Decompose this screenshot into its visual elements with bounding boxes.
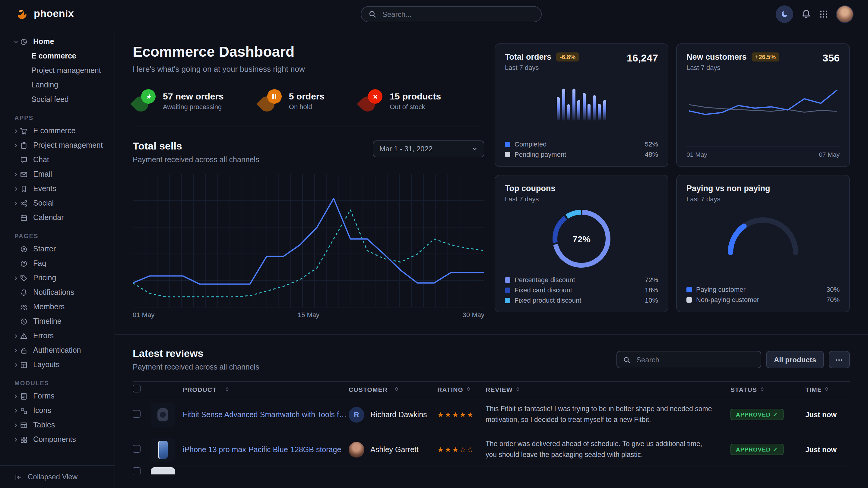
components-icon [20, 435, 29, 444]
question-icon [20, 260, 29, 267]
chevron-right-icon [13, 333, 20, 338]
row-checkbox[interactable] [133, 467, 141, 475]
total-sells-subtitle: Payment received across all channels [133, 156, 259, 164]
global-search[interactable] [361, 6, 542, 22]
apps-grid-icon[interactable] [819, 9, 828, 19]
sort-icon [224, 386, 230, 392]
x-tick: 30 May [463, 311, 484, 318]
rating-stars: ★★★☆☆ [437, 446, 474, 454]
card-period: Last 7 days [686, 195, 770, 202]
column-header-product[interactable]: PRODUCT [151, 386, 349, 393]
sidebar-item-label: Project management [33, 141, 103, 150]
column-header-customer[interactable]: CUSTOMER [349, 386, 437, 393]
sidebar-item-label: Calendar [33, 214, 64, 222]
sidebar-item-notifications[interactable]: Notifications [0, 285, 115, 300]
sidebar-item-email[interactable]: Email [0, 167, 115, 182]
table-row: iPhone 13 pro max-Pacific Blue-128GB sto… [133, 432, 850, 467]
theme-toggle[interactable] [776, 5, 793, 23]
sidebar-item-icons[interactable]: Icons [0, 403, 115, 418]
sidebar-item-label: Social [33, 199, 54, 207]
notifications-bell-icon[interactable] [801, 9, 811, 19]
bookmark-icon [20, 185, 29, 193]
search-input[interactable] [381, 9, 534, 19]
new-customers-x-axis: 01 May 07 May [686, 146, 840, 158]
sidebar-item-errors[interactable]: Errors [0, 329, 115, 343]
status-badge: APPROVED ✓ [731, 409, 783, 420]
sidebar-item-project-management[interactable]: Project management [0, 63, 115, 78]
sidebar-item-members[interactable]: Members [0, 300, 115, 314]
search-icon [623, 356, 630, 363]
sort-icon [824, 386, 830, 392]
card-title: Top coupons [505, 184, 556, 193]
sidebar-item-faq[interactable]: Faq [0, 256, 115, 271]
sidebar-item-home[interactable]: Home [0, 34, 115, 49]
main-content: Ecommerce Dashboard Here's what's going … [115, 28, 868, 488]
column-header-time[interactable]: TIME [805, 386, 850, 393]
stats-row: ★ 57 new orders Awaiting processing [133, 89, 484, 127]
sidebar-item-label: E commerce [33, 127, 75, 135]
select-all-checkbox[interactable] [133, 385, 141, 392]
sidebar-item-social-feed[interactable]: Social feed [0, 92, 115, 107]
mail-icon [20, 170, 29, 178]
all-products-button[interactable]: All products [766, 351, 824, 368]
sidebar-item-events[interactable]: Events [0, 182, 115, 196]
customer-avatar [349, 442, 364, 457]
sidebar-item-social[interactable]: Social [0, 196, 115, 210]
stat-new-orders: ★ 57 new orders Awaiting processing [133, 89, 224, 112]
sort-icon [466, 386, 471, 392]
chevron-right-icon [13, 348, 20, 353]
sidebar-item-starter[interactable]: Starter [0, 242, 115, 256]
new-customers-card: New customers +26.5% Last 7 days 356 01 … [676, 43, 850, 167]
total-orders-chart [505, 78, 658, 121]
row-checkbox[interactable] [133, 410, 141, 418]
sidebar-item-authentication[interactable]: Authentication [0, 343, 115, 357]
sidebar-item-ecommerce[interactable]: E commerce [0, 49, 115, 63]
sidebar-item-tables[interactable]: Tables [0, 418, 115, 432]
stat-out-of-stock: × 15 products Out of stock [360, 89, 441, 112]
sidebar-item-label: Errors [33, 331, 54, 340]
user-avatar[interactable] [836, 5, 854, 23]
chevron-down-icon [472, 146, 478, 152]
brand[interactable]: phoenix [16, 7, 74, 21]
date-range-select[interactable]: Mar 1 - 31, 2022 [373, 140, 484, 157]
product-link[interactable]: Fitbit Sense Advanced Smartwatch with To… [183, 410, 349, 419]
bell-icon [20, 289, 29, 296]
sidebar-item-layouts[interactable]: Layouts [0, 357, 115, 372]
column-header-status[interactable]: STATUS [731, 386, 805, 393]
row-checkbox[interactable] [133, 445, 141, 452]
column-header-review[interactable]: REVIEW [486, 386, 731, 393]
sort-icon [394, 386, 399, 392]
sidebar-item-landing[interactable]: Landing [0, 78, 115, 92]
stat-caption: Out of stock [390, 103, 441, 110]
layout-icon [20, 361, 29, 369]
sidebar-item-ecommerce-app[interactable]: E commerce [0, 124, 115, 138]
sidebar-item-pricing[interactable]: Pricing [0, 271, 115, 285]
card-title: Paying vs non paying [686, 184, 770, 193]
total-orders-value: 16,247 [627, 53, 658, 65]
card-title: Total orders [505, 53, 551, 62]
stat-caption: On hold [289, 103, 324, 110]
chevron-right-icon [13, 200, 20, 206]
sidebar-item-label: Authentication [33, 346, 81, 355]
column-header-rating[interactable]: RATING [437, 386, 486, 393]
cart-icon [20, 127, 29, 135]
chevron-right-icon [13, 437, 20, 442]
product-link[interactable]: iPhone 13 pro max-Pacific Blue-128GB sto… [183, 445, 341, 454]
stat-value: 5 orders [289, 91, 324, 101]
sidebar-item-forms[interactable]: Forms [0, 389, 115, 403]
sidebar-item-calendar[interactable]: Calendar [0, 210, 115, 225]
collapse-sidebar-button[interactable]: Collapsed View [0, 465, 115, 488]
page-subtitle: Here's what's going on at your business … [133, 65, 484, 73]
status-badge: APPROVED ✓ [731, 444, 783, 455]
reviews-search-input[interactable] [635, 355, 754, 364]
sidebar-item-label: Email [33, 170, 52, 178]
topbar: phoenix [0, 0, 868, 28]
sidebar-item-components[interactable]: Components [0, 432, 115, 447]
clock-icon [20, 317, 29, 325]
sidebar-item-project-management-app[interactable]: Project management [0, 138, 115, 153]
sidebar-item-chat[interactable]: Chat [0, 153, 115, 167]
legend-item: Paying customer 30% [686, 286, 840, 293]
reviews-search[interactable] [617, 351, 761, 368]
sidebar-item-timeline[interactable]: Timeline [0, 314, 115, 329]
more-options-button[interactable]: ⋯ [829, 351, 850, 368]
